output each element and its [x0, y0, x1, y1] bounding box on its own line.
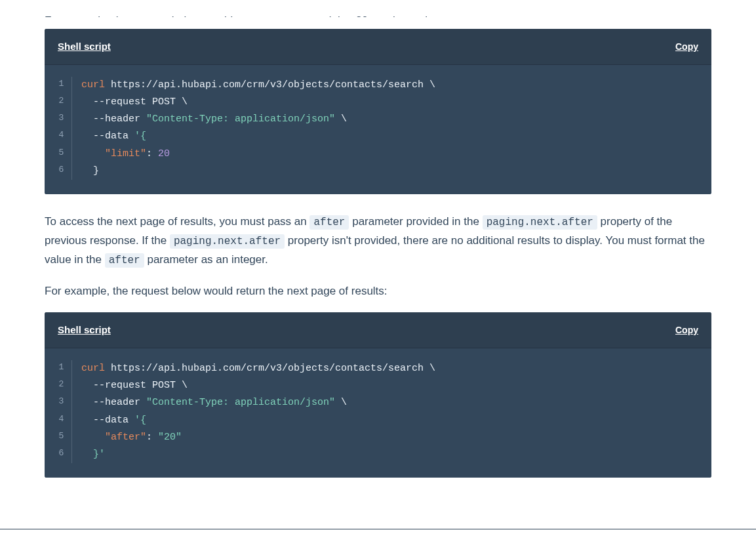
line-number: 6: [55, 446, 72, 463]
line-number: 1: [55, 77, 72, 94]
line-content: --header "Content-Type: application/json…: [81, 394, 347, 411]
line-content: --request POST \: [81, 94, 188, 111]
code-block-2: Shell script Copy 1curl https://api.huba…: [45, 312, 711, 478]
copy-button[interactable]: Copy: [675, 41, 698, 52]
code-line: 3 --header "Content-Type: application/js…: [55, 111, 701, 128]
inline-code-paging-next-after: paging.next.after: [170, 234, 285, 249]
line-number: 1: [55, 360, 72, 377]
para-after-explain: To access the next page of results, you …: [45, 213, 711, 270]
copy-button[interactable]: Copy: [675, 325, 698, 335]
line-number: 3: [55, 394, 72, 411]
line-number: 5: [55, 146, 72, 163]
doc-container: For example, the request below would ret…: [0, 12, 756, 509]
code-line: 3 --header "Content-Type: application/js…: [55, 394, 701, 411]
code-line: 1curl https://api.hubapi.com/crm/v3/obje…: [55, 360, 701, 377]
line-content: curl https://api.hubapi.com/crm/v3/objec…: [81, 360, 435, 377]
code-line: 6 }: [55, 163, 701, 180]
para-next-page-example: For example, the request below would ret…: [45, 282, 711, 301]
code-header: Shell script Copy: [45, 312, 711, 348]
inline-code-paging-next-after: paging.next.after: [483, 215, 597, 230]
line-number: 6: [55, 163, 72, 180]
text-segment: parameter provided in the: [349, 215, 482, 228]
line-number: 5: [55, 429, 72, 446]
code-body: 1curl https://api.hubapi.com/crm/v3/obje…: [45, 65, 711, 195]
line-number: 4: [55, 412, 72, 429]
code-line: 5 "limit": 20: [55, 146, 701, 163]
line-content: }': [81, 446, 105, 463]
code-line: 4 --data '{: [55, 412, 701, 429]
code-line: 4 --data '{: [55, 128, 701, 145]
code-title[interactable]: Shell script: [58, 38, 111, 55]
inline-code-after: after: [105, 253, 144, 268]
line-content: --data '{: [81, 128, 146, 145]
text-segment: To access the next page of results, you …: [45, 215, 309, 228]
line-content: "limit": 20: [81, 146, 170, 163]
line-content: }: [81, 163, 99, 180]
inline-code-after: after: [309, 215, 349, 230]
line-content: curl https://api.hubapi.com/crm/v3/objec…: [81, 77, 435, 94]
line-content: --header "Content-Type: application/json…: [81, 111, 347, 128]
code-body: 1curl https://api.hubapi.com/crm/v3/obje…: [45, 348, 711, 478]
line-number: 4: [55, 128, 72, 145]
code-line: 6 }': [55, 446, 701, 463]
code-title[interactable]: Shell script: [58, 321, 111, 339]
code-line: 5 "after": "20": [55, 429, 701, 446]
line-content: "after": "20": [81, 429, 182, 446]
intro-text-partial: For example, the request below would ret…: [45, 12, 711, 17]
line-number: 2: [55, 94, 72, 111]
line-number: 3: [55, 111, 72, 128]
text-segment: parameter as an integer.: [144, 253, 268, 266]
code-block-1: Shell script Copy 1curl https://api.huba…: [45, 29, 711, 194]
code-line: 2 --request POST \: [55, 94, 701, 111]
line-content: --request POST \: [81, 377, 188, 394]
divider: [0, 529, 756, 529]
code-header: Shell script Copy: [45, 29, 711, 65]
line-content: --data '{: [81, 412, 146, 429]
code-line: 2 --request POST \: [55, 377, 701, 394]
code-line: 1curl https://api.hubapi.com/crm/v3/obje…: [55, 77, 701, 94]
line-number: 2: [55, 377, 72, 394]
